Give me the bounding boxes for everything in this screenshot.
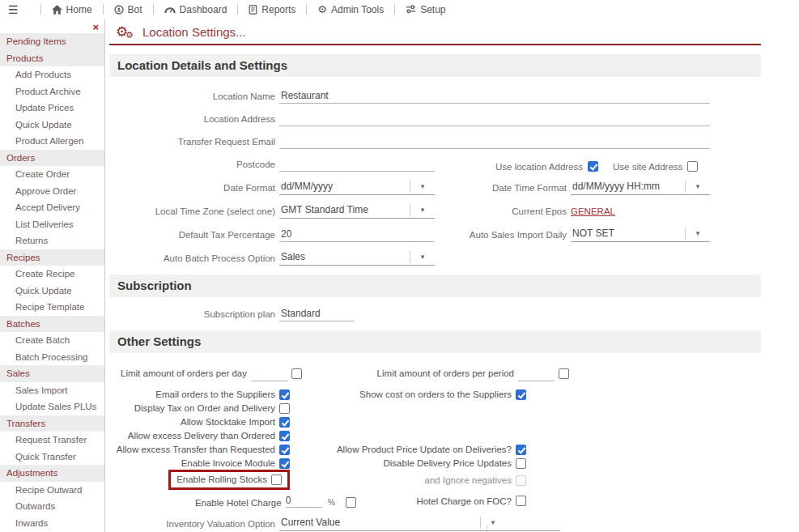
sidebar-item[interactable]: Recipes [0,249,104,266]
sidebar-item[interactable]: Product Allergen [0,133,104,150]
sidebar-item[interactable]: Outwards [0,498,104,515]
nav-bot-label: Bot [128,4,142,15]
enable-hotel-charge-checkbox[interactable] [346,497,356,508]
sidebar-item[interactable]: Sales Import [0,382,104,399]
nav-dashboard[interactable]: Dashboard [164,4,227,15]
hamburger-icon[interactable]: ☰ [8,3,19,16]
nav-bot[interactable]: Bot [114,4,142,15]
enable-rolling-stocks-checkbox[interactable] [271,475,282,485]
limit-orders-day-checkbox[interactable] [291,368,302,379]
sidebar-item[interactable]: Transfers [0,415,104,432]
chevron-down-icon: ▾ [410,206,435,214]
postcode-label: Postcode [117,160,275,172]
nav-reports[interactable]: Reports [249,4,295,15]
sidebar-item[interactable]: Product Archive [0,83,104,100]
date-format-value: dd/MM/yyyy [279,181,333,192]
divider [40,4,41,15]
sidebar-item[interactable]: Add Products [0,66,104,83]
sidebar-item[interactable]: List Deliveries [0,216,104,233]
allow-price-update-checkbox[interactable] [516,445,526,455]
use-site-address-checkbox[interactable] [687,161,698,172]
default-tax-row: Default Tax Percentage Auto Sales Import… [117,225,761,242]
auto-batch-select[interactable]: Sales ▾ [279,249,435,266]
display-tax-label: Display Tax on Order and Delivery [134,403,275,413]
nav-home[interactable]: Home [52,4,92,15]
sidebar-item[interactable]: Pending Items [0,33,104,50]
inventory-valuation-select[interactable]: Current Value ▾ [279,514,560,531]
allow-excess-delivery-checkbox[interactable] [279,431,290,441]
sidebar-item[interactable]: Batches [0,316,104,333]
section-other-settings: Other Settings [109,330,761,353]
hotel-charge-foc-checkbox[interactable] [516,496,526,506]
allow-excess-transfer-checkbox[interactable] [279,445,290,455]
sidebar-item[interactable]: Batch Processing [0,349,104,366]
show-cost-checkbox[interactable] [516,389,526,400]
date-format-row: Date Format dd/MM/yyyy ▾ Date Time Forma… [117,178,761,195]
default-tax-input[interactable] [279,226,435,242]
sidebar-item[interactable]: Sales [0,365,104,382]
auto-sales-import-select[interactable]: NOT SET ▾ [571,225,710,242]
bot-icon [114,5,124,15]
date-format-select[interactable]: dd/MM/yyyy ▾ [279,178,435,195]
use-location-address-checkbox[interactable] [588,161,598,172]
dashboard-icon [164,5,176,14]
sidebar-item[interactable]: Approve Order [0,183,104,200]
location-name-row: Location Name [117,87,761,104]
close-icon[interactable]: × [92,22,99,32]
local-time-zone-select[interactable]: GMT Standard Time ▾ [279,202,435,219]
sidebar-item[interactable]: Recipe Template [0,299,104,316]
page-title: Location Settings... [142,25,246,39]
sidebar-item[interactable]: Create Batch [0,332,104,349]
postcode-input[interactable] [279,155,435,172]
current-epos-label: Current Epos [435,206,567,219]
sidebar-item[interactable]: Returns [0,232,104,249]
display-tax-checkbox[interactable] [279,403,290,414]
enable-invoice-checkbox[interactable] [279,458,290,469]
location-name-input[interactable] [279,87,710,104]
sidebar-item[interactable]: Create Recipe [0,266,104,283]
limit-orders-day-input[interactable] [251,367,287,381]
sidebar-item[interactable]: Quick Update [0,117,104,134]
top-navbar: ☰ Home Bot Dashboard Reports ⚙ Admin Too… [0,0,799,19]
limit-orders-period-input[interactable] [518,367,555,381]
nav-admin-tools[interactable]: ⚙ Admin Tools [317,4,384,15]
page-header: ⚙⚙ Location Settings... [109,19,761,45]
next-row-separator [487,526,487,532]
sidebar-item[interactable]: Update Prices [0,100,104,117]
sidebar-item[interactable]: Products [0,50,104,67]
date-time-format-select[interactable]: dd/MM/yyyy HH:mm ▾ [571,178,710,195]
enable-rolling-stocks-label: Enable Rolling Stocks [176,475,267,484]
current-epos-link[interactable]: GENERAL [571,206,615,219]
allow-stocktake-label: Allow Stocktake Import [181,417,275,427]
disable-delivery-price-checkbox[interactable] [516,458,526,469]
sidebar-item[interactable]: Create Order [0,166,104,183]
nav-admin-tools-label: Admin Tools [331,4,384,15]
show-cost-label: Show cost on orders to the Suppliers [359,389,512,399]
limit-orders-period-checkbox[interactable] [559,368,569,379]
email-orders-checkbox[interactable] [279,389,290,400]
allow-price-update-group: Allow Product Price Update on Deliveries… [290,444,526,455]
nav-setup[interactable]: Setup [406,4,445,15]
sidebar-item[interactable]: Quick Update [0,283,104,300]
enable-rolling-stocks-group: Enable Rolling Stocks [117,470,290,490]
subscription-plan-input[interactable] [279,305,354,321]
location-name-label: Location Name [117,92,275,104]
allow-stocktake-checkbox[interactable] [279,417,290,428]
sidebar-item[interactable]: Update Sales PLUs [0,398,104,415]
transfer-request-email-input[interactable] [279,133,710,149]
transfer-request-email-label: Transfer Request Email [117,137,275,149]
hotel-charge-input[interactable] [286,493,322,508]
divider [103,4,104,15]
limit-orders-period-label: Limit amount of orders per period [377,368,514,378]
sidebar-item[interactable]: Orders [0,150,104,167]
location-address-input[interactable] [279,110,710,126]
sidebar-item[interactable]: Quick Transfer [0,449,104,466]
sidebar-item[interactable]: Accept Delivery [0,199,104,216]
sidebar-item[interactable]: Recipe Outward [0,482,104,499]
ignore-negatives-label: and Ignore negatives [425,475,512,485]
sidebar-item[interactable]: Adjustments [0,465,104,482]
location-address-label: Location Address [117,114,275,126]
nav-setup-label: Setup [420,4,445,15]
sidebar-item[interactable]: Inwards [0,515,104,532]
sidebar-item[interactable]: Request Transfer [0,432,104,449]
